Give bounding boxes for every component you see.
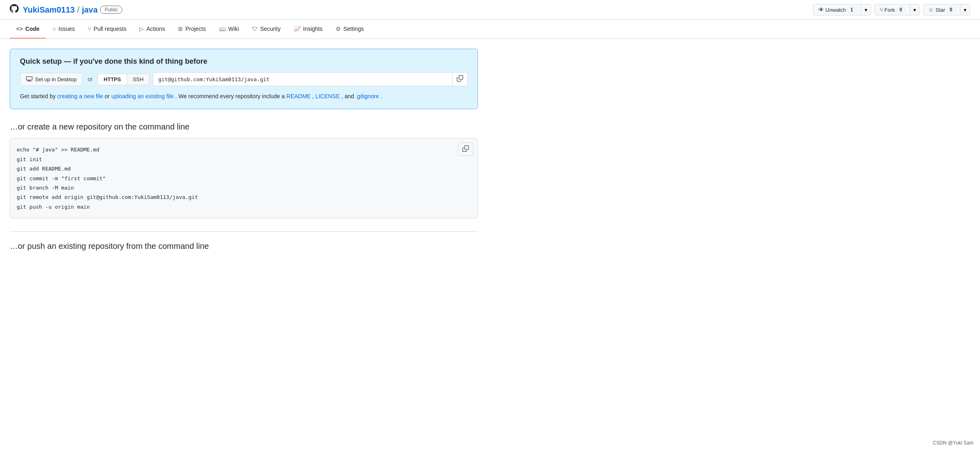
- insights-icon: 📈: [294, 26, 301, 32]
- wiki-icon: 📖: [219, 26, 226, 32]
- actions-icon: ▷: [139, 26, 144, 32]
- copy-icon: [457, 76, 463, 83]
- or-text2: or: [105, 93, 111, 99]
- visibility-badge: Public: [100, 6, 122, 14]
- unwatch-button[interactable]: 👁 Unwatch 1: [813, 4, 861, 15]
- unwatch-dropdown-button[interactable]: ▾: [861, 4, 871, 15]
- quick-setup-title: Quick setup — if you've done this kind o…: [20, 57, 468, 66]
- fork-label: Fork: [885, 7, 895, 13]
- push-repo-heading: …or push an existing repository from the…: [10, 242, 478, 251]
- star-dropdown-button[interactable]: ▾: [960, 4, 970, 15]
- gitignore-link[interactable]: .gitignore: [356, 93, 379, 99]
- tab-wiki[interactable]: 📖 Wiki: [212, 20, 245, 39]
- fork-btn-group: ⑂ Fork 0 ▾: [874, 4, 920, 15]
- fork-count: 0: [897, 6, 905, 13]
- ssh-button[interactable]: SSH: [127, 74, 150, 85]
- username-link[interactable]: YukiSam0113: [23, 5, 75, 15]
- code-icon: <>: [16, 26, 23, 32]
- or-text: or: [86, 76, 94, 82]
- repo-title: YukiSam0113 / java Public: [10, 4, 122, 15]
- tab-insights-label: Insights: [303, 26, 323, 32]
- tab-settings[interactable]: ⚙ Settings: [329, 20, 371, 39]
- unwatch-count: 1: [848, 6, 856, 13]
- setup-controls: Set up in Desktop or HTTPS SSH: [20, 72, 468, 86]
- clone-url-bar: [153, 72, 468, 86]
- header-actions: 👁 Unwatch 1 ▾ ⑂ Fork 0 ▾ ☆ Star 0 ▾: [813, 4, 970, 15]
- issues-icon: ○: [52, 26, 56, 32]
- star-count: 0: [947, 6, 955, 13]
- and-text: , and: [341, 93, 356, 99]
- license-link[interactable]: LICENSE: [315, 93, 340, 99]
- copy-url-button[interactable]: [452, 73, 467, 86]
- recommend-text: . We recommend every repository include …: [175, 93, 286, 99]
- tab-settings-label: Settings: [343, 26, 364, 32]
- github-logo-icon: [10, 4, 19, 15]
- section-divider: [10, 231, 478, 232]
- desktop-btn-label: Set up in Desktop: [35, 76, 77, 82]
- main-content: Quick setup — if you've done this kind o…: [0, 39, 488, 261]
- protocol-group: HTTPS SSH: [98, 73, 150, 85]
- tab-projects[interactable]: ⊞ Projects: [171, 20, 212, 39]
- star-btn-group: ☆ Star 0 ▾: [923, 4, 970, 15]
- tab-security[interactable]: 🛡 Security: [245, 20, 287, 39]
- tab-security-label: Security: [260, 26, 281, 32]
- create-repo-heading: …or create a new repository on the comma…: [10, 122, 478, 132]
- eye-icon: 👁: [818, 6, 824, 13]
- get-started-prefix: Get started by: [20, 93, 57, 99]
- repo-nav: <> Code ○ Issues ⑂ Pull requests ▷ Actio…: [0, 20, 980, 39]
- unwatch-btn-group: 👁 Unwatch 1 ▾: [813, 4, 871, 15]
- top-header: YukiSam0113 / java Public 👁 Unwatch 1 ▾ …: [0, 0, 980, 20]
- tab-code-label: Code: [25, 26, 39, 32]
- period: .: [381, 93, 382, 99]
- repo-name-link[interactable]: java: [82, 5, 98, 15]
- fork-button[interactable]: ⑂ Fork 0: [874, 4, 910, 15]
- fork-dropdown-button[interactable]: ▾: [910, 4, 920, 15]
- tab-issues-label: Issues: [59, 26, 75, 32]
- tab-actions-label: Actions: [146, 26, 165, 32]
- settings-icon: ⚙: [336, 26, 341, 32]
- star-label: Star: [935, 7, 945, 13]
- star-button[interactable]: ☆ Star 0: [923, 4, 960, 15]
- star-icon: ☆: [928, 6, 934, 13]
- tab-pull-requests-label: Pull requests: [93, 26, 126, 32]
- tab-insights[interactable]: 📈 Insights: [287, 20, 329, 39]
- uploading-existing-file-link[interactable]: uploading an existing file: [111, 93, 173, 99]
- desktop-icon: [26, 76, 33, 83]
- readme-link[interactable]: README: [286, 93, 311, 99]
- projects-icon: ⊞: [178, 26, 183, 32]
- tab-issues[interactable]: ○ Issues: [46, 20, 81, 39]
- clone-url-input[interactable]: [153, 74, 452, 85]
- security-icon: 🛡: [252, 26, 258, 32]
- quick-setup-box: Quick setup — if you've done this kind o…: [10, 49, 478, 109]
- get-started-text: Get started by creating a new file or up…: [20, 92, 468, 101]
- pull-request-icon: ⑂: [88, 26, 91, 32]
- tab-wiki-label: Wiki: [228, 26, 239, 32]
- tab-code[interactable]: <> Code: [10, 20, 46, 39]
- creating-new-file-link[interactable]: creating a new file: [57, 93, 103, 99]
- repo-separator: /: [77, 5, 80, 15]
- tab-pull-requests[interactable]: ⑂ Pull requests: [81, 20, 133, 39]
- create-repo-code: echo "# java" >> README.md git init git …: [17, 145, 471, 212]
- setup-in-desktop-button[interactable]: Set up in Desktop: [20, 73, 83, 86]
- create-repo-code-block: echo "# java" >> README.md git init git …: [10, 138, 478, 218]
- https-button[interactable]: HTTPS: [98, 74, 127, 85]
- copy-code-icon: [462, 147, 469, 153]
- unwatch-label: Unwatch: [826, 7, 846, 13]
- tab-actions[interactable]: ▷ Actions: [133, 20, 171, 39]
- fork-icon: ⑂: [880, 6, 883, 13]
- copy-code-button[interactable]: [458, 142, 473, 156]
- tab-projects-label: Projects: [185, 26, 206, 32]
